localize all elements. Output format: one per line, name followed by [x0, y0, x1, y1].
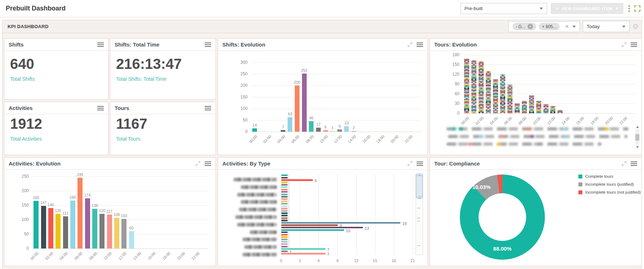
menu-icon[interactable]: [205, 42, 211, 47]
widget-activities-by-type: Activities: By Type 03691215182111511111…: [218, 157, 428, 266]
legend-item[interactable]: Incomplete tours (not justified): [578, 190, 641, 194]
bar-value-label: 1: [288, 177, 289, 179]
bar-value-label: 2: [346, 125, 362, 130]
expand-icon[interactable]: [622, 42, 626, 47]
rotated-label-stripe: [466, 59, 468, 113]
menu-icon[interactable]: [417, 42, 423, 47]
top-header: Prebuilt Dashboard Pre-built + NEW DASHB…: [0, 0, 644, 17]
gridline: [32, 205, 208, 206]
chevron-down-icon[interactable]: [572, 26, 576, 28]
bar: [281, 215, 288, 216]
expand-icon[interactable]: [408, 161, 412, 166]
bar: [281, 130, 285, 132]
filter-chips-box[interactable]: - G... × + 805... ×: [508, 21, 580, 32]
y-axis-tick-label: 0: [218, 129, 248, 134]
menu-icon[interactable]: [97, 42, 104, 47]
tour-compliance-chart: 88.00%10.03%Complete toursIncomplete tou…: [430, 170, 641, 266]
widget-header: Shifts: [4, 39, 108, 51]
widget-title: Tour: Compliance: [434, 160, 480, 167]
bar: [92, 209, 97, 248]
widget-tour-compliance: Tour: Compliance 88.00%10.03%Complete to…: [430, 157, 642, 266]
widget-shifts-total-time: Shifts: Total Time 216:13:47 Total Shift…: [110, 38, 216, 100]
menu-icon[interactable]: [97, 106, 104, 111]
gridline: [463, 113, 636, 114]
scrollbar-track[interactable]: [635, 129, 639, 145]
gear-icon[interactable]: ⚙: [632, 22, 639, 31]
fullscreen-icon[interactable]: [634, 5, 640, 12]
menu-icon[interactable]: [417, 161, 423, 166]
gridline: [32, 248, 208, 249]
expand-icon[interactable]: [196, 161, 200, 166]
gridline: [375, 174, 376, 255]
zoom-slider-window[interactable]: [416, 175, 423, 198]
bar: [252, 128, 257, 132]
date-range-select[interactable]: Today: [583, 21, 630, 32]
x-axis-tick-label: 9: [333, 259, 342, 263]
expand-icon[interactable]: [408, 42, 412, 47]
bar: [281, 210, 288, 212]
clear-filters-icon[interactable]: ×: [565, 23, 569, 30]
dashboard-select[interactable]: Pre-built: [461, 3, 547, 14]
bar: [281, 239, 288, 240]
zoom-slider[interactable]: [416, 174, 423, 255]
x-axis-tick-label: 08:00: [88, 251, 98, 261]
bar: [63, 216, 68, 248]
bar: [281, 184, 288, 185]
scroll-up-icon[interactable]: [636, 126, 639, 128]
zoom-slider-handle[interactable]: [417, 196, 422, 199]
x-axis-tick-label: 12:00: [546, 116, 556, 125]
rotated-label-stripe: [545, 104, 547, 113]
x-axis-tick-label: 00:00: [248, 134, 258, 144]
zoom-slider-handle[interactable]: [417, 173, 422, 176]
x-axis-tick-label: 14:00: [132, 251, 142, 261]
rotated-label-stripe: [559, 110, 561, 113]
x-axis-tick-label: 00:00: [30, 251, 39, 261]
widget-title: Activities: By Type: [222, 160, 270, 167]
panel-title: KPI DASHBOARD: [8, 24, 49, 29]
filter-chip-2[interactable]: + 805...: [539, 23, 560, 30]
redacted-category-label: [241, 200, 277, 204]
legend-item[interactable]: Incomplete tours (justified): [578, 182, 634, 186]
bar: [77, 178, 83, 248]
bar-value-label: 174: [80, 193, 96, 197]
menu-icon[interactable]: [205, 106, 211, 111]
kebab-menu-icon[interactable]: [629, 5, 630, 12]
gridline: [251, 85, 421, 86]
legend-swatch-icon: [578, 190, 582, 194]
rotated-label-stripe: [502, 74, 504, 113]
zoom-preview-mark: [417, 218, 420, 219]
filter-chip-1[interactable]: - G... ×: [512, 23, 536, 30]
bar: [129, 231, 134, 248]
zoom-preview-mark: [417, 208, 420, 208]
bar: [295, 85, 299, 132]
gridline: [251, 74, 421, 74]
legend-label: Complete tours: [585, 174, 613, 178]
menu-icon[interactable]: [205, 161, 211, 166]
x-axis-tick-label: 20:00: [176, 251, 186, 261]
expand-icon[interactable]: [622, 161, 626, 166]
gridline: [394, 174, 394, 255]
bar: [337, 129, 342, 132]
bar-value-label: 138: [87, 203, 103, 208]
y-axis-tick-label: 250: [4, 174, 29, 179]
menu-icon[interactable]: [631, 42, 637, 47]
redacted-legend-row: [447, 127, 629, 131]
widget-header: Tours: Evolution: [430, 39, 641, 51]
stacked-bar: [507, 85, 512, 113]
rotated-label-stripe: [552, 106, 554, 113]
legend-scrollbar[interactable]: [635, 126, 640, 148]
scroll-down-icon[interactable]: [636, 146, 639, 148]
legend-swatch-icon: [578, 175, 582, 178]
rotated-label-stripe: [494, 79, 497, 114]
chip-close-icon[interactable]: ×: [528, 24, 533, 29]
filter-chip-1-label: - G...: [516, 24, 525, 29]
widget-shifts-evolution: Shifts: Evolution 0501001502002503001476…: [218, 38, 428, 155]
new-dashboard-item-label: NEW DASHBOARD ITEM: [562, 6, 612, 11]
legend-item[interactable]: Complete tours: [578, 174, 613, 178]
bar-value-label: 46: [303, 116, 319, 120]
bar: [281, 196, 288, 197]
menu-icon[interactable]: [631, 161, 637, 166]
bar: [281, 182, 288, 183]
scrollbar-thumb[interactable]: [635, 134, 639, 141]
new-dashboard-item-button[interactable]: + NEW DASHBOARD ITEM: [551, 3, 623, 14]
